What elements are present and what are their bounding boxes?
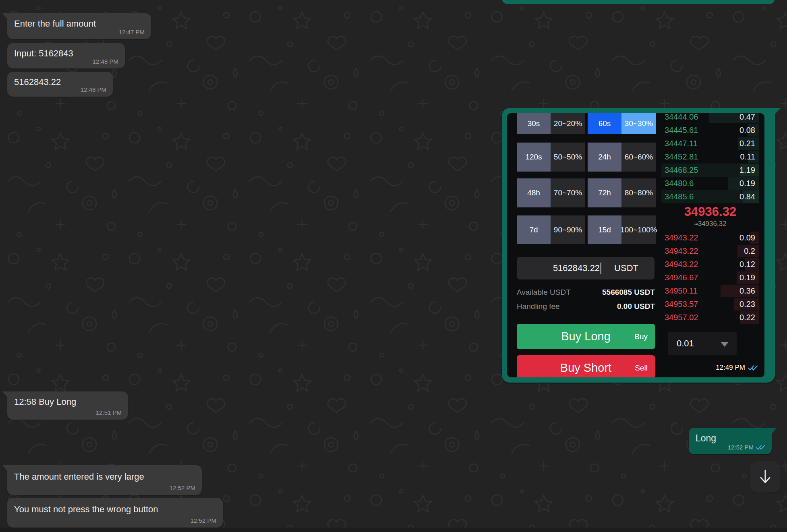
outgoing-message[interactable]: Long 12:52 PM bbox=[689, 428, 772, 454]
bid-row[interactable]: 34943.220.2 bbox=[661, 244, 759, 258]
bid-qty: 0.09 bbox=[739, 233, 755, 242]
approx-price: ≈34936.32 bbox=[661, 219, 759, 228]
ask-row[interactable]: 34485.60.84 bbox=[661, 190, 759, 203]
timeframe-button-120s[interactable]: 120s bbox=[517, 143, 551, 172]
ask-qty: 0.84 bbox=[739, 192, 755, 201]
bid-price: 34946.67 bbox=[665, 273, 698, 282]
timeframe-button-24h[interactable]: 24h bbox=[588, 143, 621, 172]
bid-price: 34953.57 bbox=[665, 300, 698, 309]
text-cursor bbox=[601, 263, 601, 274]
bid-row[interactable]: 34943.220.12 bbox=[661, 258, 759, 271]
ask-price: 34445.61 bbox=[665, 126, 698, 135]
bubble-tail bbox=[771, 428, 777, 435]
payout-button-20-20[interactable]: 20~20% bbox=[551, 113, 585, 134]
bid-row[interactable]: 34943.220.09 bbox=[661, 231, 759, 244]
image-message-meta: 12:49 PM bbox=[716, 364, 758, 372]
available-usdt-value: 5566085 USDT bbox=[602, 288, 655, 297]
timeframe-grid-row: 30s 20~20% 60s 30~30% bbox=[517, 113, 656, 134]
sell-tag: Sell bbox=[635, 364, 648, 373]
bid-price: 34957.02 bbox=[665, 313, 698, 322]
incoming-message[interactable]: 12:58 Buy Long 12:51 PM bbox=[7, 391, 128, 420]
ask-price: 34480.6 bbox=[665, 179, 694, 188]
timeframe-grid-row: 48h 70~70% 72h 80~80% bbox=[517, 178, 656, 207]
ask-row[interactable]: 34445.610.08 bbox=[661, 124, 759, 137]
bid-price: 34943.22 bbox=[665, 260, 698, 269]
bid-qty: 0.2 bbox=[744, 246, 755, 256]
message-time: 12:48 PM bbox=[81, 86, 106, 93]
timeframe-grid-row: 7d 90~90% 15d 100~100% bbox=[517, 215, 656, 244]
image-message-bubble[interactable]: 30s 20~20% 60s 30~30% 120s 50~50% 24h 60… bbox=[502, 108, 775, 383]
bubble-tail bbox=[2, 13, 8, 21]
incoming-message[interactable]: Enter the full amount 12:47 PM bbox=[7, 13, 151, 39]
ask-price: 34447.11 bbox=[665, 139, 698, 148]
timeframe-button-7d[interactable]: 7d bbox=[517, 215, 551, 244]
bid-row[interactable]: 34953.570.23 bbox=[661, 298, 759, 311]
order-book-asks: 34444.060.47 34445.610.08 34447.110.21 3… bbox=[661, 113, 759, 203]
current-price-block: 34936.32 ≈34936.32 bbox=[661, 204, 759, 228]
buy-tag: Buy bbox=[634, 332, 648, 341]
timeframe-button-30s[interactable]: 30s bbox=[517, 113, 551, 134]
bubble-tail bbox=[2, 391, 8, 399]
incoming-message[interactable]: The amount entered is very large 12:52 P… bbox=[7, 465, 202, 495]
timeframe-button-72h[interactable]: 72h bbox=[588, 178, 621, 207]
bid-row[interactable]: 34950.110.36 bbox=[661, 284, 759, 298]
ask-row[interactable]: 34468.251.19 bbox=[661, 164, 759, 177]
ask-qty: 0.19 bbox=[739, 179, 755, 188]
ask-price: 34452.81 bbox=[665, 152, 698, 161]
ask-price: 34485.6 bbox=[665, 192, 694, 201]
lot-size-dropdown[interactable]: 0.01 bbox=[668, 332, 737, 355]
handling-fee-row: Handling fee 0.00 USDT bbox=[517, 302, 655, 311]
ask-row[interactable]: 34452.810.11 bbox=[661, 150, 759, 164]
payout-button-100-100[interactable]: 100~100% bbox=[621, 215, 656, 244]
bid-qty: 0.19 bbox=[739, 273, 755, 282]
bid-qty: 0.22 bbox=[739, 313, 755, 322]
amount-input[interactable]: 5162843.22 USDT bbox=[517, 257, 654, 279]
read-receipt-icon bbox=[748, 365, 758, 371]
bid-qty: 0.12 bbox=[739, 260, 755, 269]
bid-row[interactable]: 34946.670.19 bbox=[661, 271, 759, 284]
bid-price: 34943.22 bbox=[665, 233, 698, 242]
payout-button-80-80[interactable]: 80~80% bbox=[621, 178, 656, 207]
payout-button-70-70[interactable]: 70~70% bbox=[551, 178, 585, 207]
message-text: You must not press the wrong button bbox=[14, 504, 158, 515]
arrow-down-icon bbox=[758, 468, 773, 486]
timeframe-grid-row: 120s 50~50% 24h 60~60% bbox=[517, 143, 656, 172]
currency-label: USDT bbox=[614, 257, 638, 279]
message-text: Enter the full amount bbox=[14, 19, 96, 29]
timeframe-button-48h[interactable]: 48h bbox=[517, 178, 551, 207]
previous-image-bottom-edge[interactable] bbox=[502, 0, 775, 4]
buy-short-button[interactable]: Buy Short Sell bbox=[517, 355, 655, 377]
timeframe-button-15d[interactable]: 15d bbox=[588, 215, 621, 244]
timeframe-button-60s[interactable]: 60s bbox=[588, 113, 621, 134]
incoming-message[interactable]: 5162843.22 12:48 PM bbox=[7, 72, 113, 97]
message-time: 12:51 PM bbox=[96, 409, 122, 416]
message-time: 12:52 PM bbox=[191, 517, 216, 524]
incoming-message[interactable]: Input: 5162843 12:48 PM bbox=[7, 43, 125, 68]
handling-fee-label: Handling fee bbox=[517, 302, 560, 311]
message-text: Input: 5162843 bbox=[14, 48, 73, 59]
buy-long-button[interactable]: Buy Long Buy bbox=[517, 324, 655, 349]
order-book-bids: 34943.220.09 34943.220.2 34943.220.12 34… bbox=[661, 231, 759, 324]
bid-qty: 0.36 bbox=[739, 286, 755, 296]
payout-button-90-90[interactable]: 90~90% bbox=[551, 215, 585, 244]
bubble-tail bbox=[2, 465, 8, 472]
ask-row[interactable]: 34447.110.21 bbox=[661, 137, 759, 150]
scroll-to-bottom-button[interactable] bbox=[750, 461, 781, 493]
message-time: 12:48 PM bbox=[93, 58, 118, 65]
read-receipt-icon bbox=[756, 445, 765, 450]
ask-price: 34468.25 bbox=[665, 166, 698, 175]
payout-button-50-50[interactable]: 50~50% bbox=[551, 143, 585, 172]
ask-qty: 0.11 bbox=[740, 152, 755, 161]
payout-button-60-60[interactable]: 60~60% bbox=[621, 143, 656, 172]
ask-qty: 1.19 bbox=[739, 166, 755, 175]
ask-row[interactable]: 34480.60.19 bbox=[661, 177, 759, 190]
message-time: 12:52 PM bbox=[170, 484, 195, 491]
chat-screen: Enter the full amount 12:47 PM Input: 51… bbox=[0, 0, 787, 532]
lot-size-value: 0.01 bbox=[677, 332, 694, 355]
bid-row[interactable]: 34957.020.22 bbox=[661, 311, 759, 324]
incoming-message[interactable]: You must not press the wrong button 12:5… bbox=[7, 498, 223, 528]
ask-row[interactable]: 34444.060.47 bbox=[661, 113, 759, 124]
message-time: 12:49 PM bbox=[716, 364, 745, 372]
dropdown-caret-icon bbox=[721, 342, 729, 347]
payout-button-30-30[interactable]: 30~30% bbox=[621, 113, 656, 134]
